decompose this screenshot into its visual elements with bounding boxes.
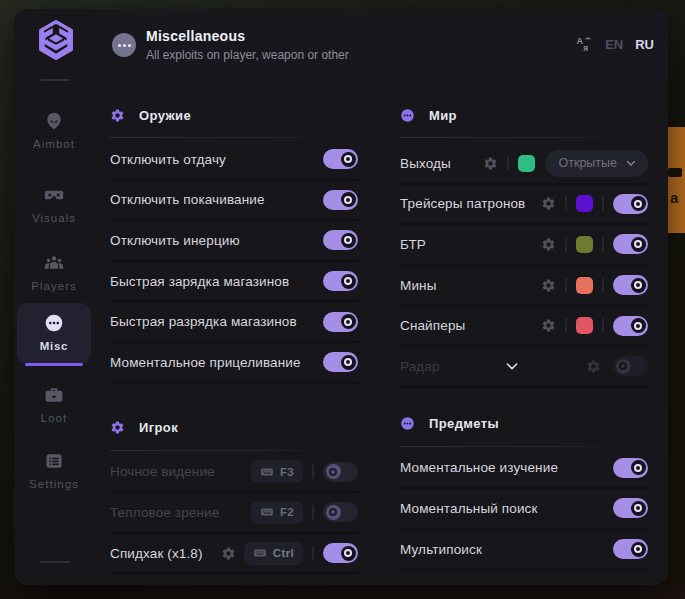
color-swatch[interactable]	[576, 195, 593, 212]
option-row: Быстрая зарядка магазинов	[110, 262, 358, 303]
hotkey-badge[interactable]: F3	[251, 460, 303, 483]
keyboard-icon	[253, 546, 267, 560]
keyboard-icon	[260, 465, 274, 479]
gear-icon[interactable]	[483, 156, 498, 171]
sidebar-item-loot[interactable]: Loot	[17, 375, 91, 436]
color-swatch[interactable]	[518, 155, 535, 172]
language-switcher: EN RU	[575, 35, 654, 53]
list-icon	[44, 451, 64, 471]
background-bottom-strip	[0, 585, 685, 599]
toggle-knob	[341, 152, 356, 167]
sidebar-item-misc[interactable]: Misc	[17, 303, 91, 364]
toggle-switch[interactable]	[613, 234, 648, 254]
divider	[312, 464, 314, 479]
sidebar-item-label: Misc	[40, 340, 68, 352]
sidebar-item-aimbot[interactable]: Aimbot	[17, 101, 91, 162]
option-label: Моментальный поиск	[400, 501, 538, 516]
toggle-switch[interactable]	[613, 194, 648, 214]
option-label: Мины	[400, 278, 437, 293]
option-label: Снайперы	[400, 318, 465, 333]
section-title: Предметы	[429, 416, 499, 431]
toggle-switch[interactable]	[323, 271, 358, 291]
option-label: Моментальное прицеливание	[110, 355, 301, 370]
toggle-switch[interactable]	[323, 230, 358, 250]
toggle-switch[interactable]	[613, 356, 648, 376]
sidebar: Aimbot Visuals Players Misc Loot Setting…	[14, 9, 94, 585]
color-swatch[interactable]	[576, 236, 593, 253]
gear-icon[interactable]	[541, 278, 556, 293]
players-icon	[44, 253, 64, 273]
row-controls	[541, 194, 648, 214]
toggle-switch[interactable]	[613, 275, 648, 295]
hotkey-label: Ctrl	[273, 547, 294, 559]
divider	[602, 278, 604, 293]
sidebar-item-label: Aimbot	[33, 138, 75, 150]
toggle-knob	[631, 278, 646, 293]
color-swatch[interactable]	[576, 277, 593, 294]
toggle-switch[interactable]	[323, 502, 358, 522]
row-controls	[541, 234, 648, 254]
toggle-switch[interactable]	[323, 462, 358, 482]
option-row: Снайперы	[400, 306, 648, 347]
toggle-switch[interactable]	[613, 458, 648, 478]
gear-icon	[110, 420, 125, 435]
dropdown-value: Открытые	[558, 156, 617, 170]
translate-icon	[575, 35, 593, 53]
app-logo-cube-icon	[36, 19, 76, 61]
lang-en-button[interactable]: EN	[605, 37, 623, 52]
gear-icon[interactable]	[586, 359, 601, 374]
hotkey-badge[interactable]: Ctrl	[244, 542, 303, 565]
toggle-switch[interactable]	[323, 543, 358, 563]
divider	[312, 546, 314, 561]
option-label: Спидхак (x1.8)	[110, 546, 203, 561]
option-row: Быстрая разрядка магазинов	[110, 302, 358, 343]
right-column: Мир Выходы Открытые Трейсеры патронов	[400, 101, 648, 570]
toggle-knob	[631, 460, 646, 475]
toggle-knob	[341, 546, 356, 561]
hotkey-badge[interactable]: F2	[251, 501, 303, 524]
option-row: Моментальное изучение	[400, 449, 648, 490]
toggle-knob	[341, 355, 356, 370]
sign-letter: a	[670, 189, 678, 206]
option-row: Отключить отдачу	[110, 140, 358, 181]
row-controls: Ctrl	[221, 542, 358, 565]
divider	[507, 156, 509, 171]
toggle-switch[interactable]	[323, 312, 358, 332]
sidebar-divider	[40, 561, 70, 563]
misc-ellipsis-avatar-icon	[112, 33, 136, 57]
page-header: Miscellaneous All exploits on player, we…	[94, 9, 668, 83]
sidebar-item-players[interactable]: Players	[17, 243, 91, 304]
option-label: Трейсеры патронов	[400, 196, 525, 211]
lang-ru-button[interactable]: RU	[635, 37, 654, 52]
option-label: БТР	[400, 237, 426, 252]
toggle-switch[interactable]	[613, 498, 648, 518]
section-title: Игрок	[139, 420, 178, 435]
toggle-switch[interactable]	[323, 149, 358, 169]
gear-icon	[110, 108, 125, 123]
exits-dropdown[interactable]: Открытые	[545, 150, 648, 177]
divider	[602, 318, 604, 333]
toggle-switch[interactable]	[323, 190, 358, 210]
gear-icon[interactable]	[541, 237, 556, 252]
spacer	[239, 546, 241, 561]
chevron-down-icon	[625, 157, 637, 169]
sidebar-item-settings[interactable]: Settings	[17, 441, 91, 502]
goggles-icon	[44, 185, 64, 205]
toggle-switch[interactable]	[613, 539, 648, 559]
divider	[565, 196, 567, 211]
sidebar-item-visuals[interactable]: Visuals	[17, 175, 91, 236]
chevron-down-icon[interactable]	[504, 358, 520, 374]
section-divider	[110, 137, 328, 138]
gear-icon[interactable]	[221, 546, 236, 561]
gear-icon[interactable]	[541, 318, 556, 333]
toggle-switch[interactable]	[613, 316, 648, 336]
color-swatch[interactable]	[576, 317, 593, 334]
divider	[602, 196, 604, 211]
hotkey-label: F3	[280, 466, 294, 478]
spacer	[606, 359, 608, 374]
toggle-switch[interactable]	[323, 352, 358, 372]
option-row: Моментальный поиск	[400, 489, 648, 530]
option-label: Радар	[400, 359, 440, 374]
left-column: Оружие Отключить отдачу Отключить покачи…	[110, 101, 358, 574]
gear-icon[interactable]	[541, 196, 556, 211]
